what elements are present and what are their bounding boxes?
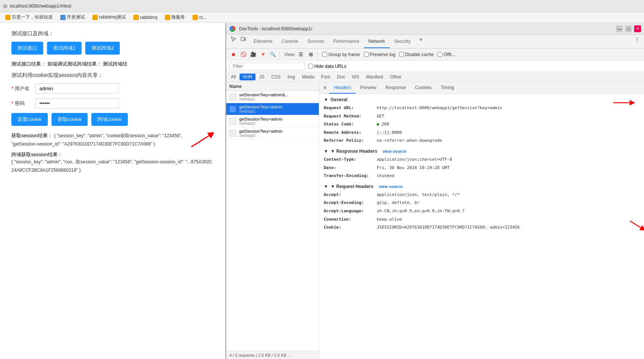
hide-data-urls-label[interactable]: Hide data URLs <box>314 64 346 69</box>
clear-button[interactable]: 🚫 <box>239 50 248 59</box>
detail-tab-response[interactable]: Response <box>381 82 411 94</box>
response-headers-toggle: ▼ <box>324 149 328 154</box>
offline-checkbox[interactable] <box>437 52 442 57</box>
type-all[interactable]: All <box>228 74 239 80</box>
hide-data-urls-checkbox[interactable] <box>308 64 313 69</box>
request-item-path: /webapp2 <box>239 121 282 125</box>
bookmark-label: rabbitmq <box>140 15 158 20</box>
disable-cache-checkbox[interactable] <box>399 52 404 57</box>
request-item-icon <box>229 106 236 113</box>
type-xhr[interactable]: XHR <box>240 74 255 80</box>
offline-label[interactable]: Offli... <box>443 52 455 57</box>
status-bar-text: 4 / 5 requests | 2.0 KB / 2.0 KB ... <box>229 353 291 357</box>
request-item-1[interactable]: getSession?key=admin /webapp1 <box>226 103 319 115</box>
bookmark-microservice[interactable]: 微服务 <box>163 13 187 21</box>
close-button[interactable]: ✕ <box>634 25 641 32</box>
group-by-frame-label[interactable]: Group by frame <box>328 52 360 57</box>
bookmark-label: 微服务 <box>171 14 185 20</box>
type-img[interactable]: Img <box>284 74 298 80</box>
request-headers-toggle: ▼ <box>324 184 328 189</box>
detail-tab-timing[interactable]: Timing <box>436 82 459 94</box>
general-title: General <box>331 97 348 102</box>
red-arrow-devtools-1 <box>611 97 638 110</box>
api-buttons-row: 测试接口 测试跨域1 测试跨域2 <box>11 42 214 55</box>
bookmark-devtest[interactable]: 开发测试 <box>58 13 87 21</box>
search-button[interactable]: 🔍 <box>269 50 277 59</box>
detail-tab-response-label: Response <box>385 85 406 90</box>
cookie-buttons-row: 设置cookie 获取cookie 跨域cookie <box>11 113 214 126</box>
bookmark-rabbitmq-test[interactable]: rabbitmq测试 <box>90 13 128 21</box>
detail-tab-cookies[interactable]: Cookies <box>411 82 436 94</box>
maximize-button[interactable]: □ <box>625 25 632 32</box>
response-headers-view-source[interactable]: view source <box>382 149 406 154</box>
tab-network-label: Network <box>368 39 385 44</box>
response-headers-title: ▼ Response Headers <box>331 149 377 154</box>
type-manifest[interactable]: Manifest <box>363 74 386 80</box>
general-section-header[interactable]: ▼ General <box>324 97 639 102</box>
type-doc[interactable]: Doc <box>334 74 348 80</box>
test-cross1-button[interactable]: 测试跨域1 <box>47 42 81 55</box>
type-other[interactable]: Other <box>387 74 404 80</box>
request-url-row: Request URL: http://localhost:8080/webap… <box>324 105 639 111</box>
screenshot-button[interactable]: 🎥 <box>249 50 257 59</box>
set-cookie-button[interactable]: 设置cookie <box>11 113 48 126</box>
tab-performance[interactable]: Performance <box>329 35 364 48</box>
cursor-tool-button[interactable] <box>229 35 238 43</box>
tab-elements[interactable]: Elements <box>249 35 277 48</box>
session-result-area: 获取session结果： { "session_key": "admin", "… <box>11 132 184 148</box>
view-detail-button[interactable]: ⊞ <box>307 50 315 59</box>
preserve-log-label[interactable]: Preserve log <box>370 52 395 57</box>
type-css[interactable]: CSS <box>268 74 284 80</box>
type-font[interactable]: Font <box>318 74 333 80</box>
devtools-menu-button[interactable]: ⋮ <box>633 35 641 43</box>
disable-cache-label[interactable]: Disable cache <box>405 52 434 57</box>
type-ws[interactable]: WS <box>349 74 362 80</box>
cross-cookie-button[interactable]: 跨域cookie <box>91 113 128 126</box>
type-media[interactable]: Media <box>299 74 317 80</box>
bookmark-ct[interactable]: ct... <box>190 14 208 21</box>
test-api-button[interactable]: 测试接口 <box>11 42 43 55</box>
request-headers-section-header[interactable]: ▼ ▼ Request Headers view source <box>324 184 639 189</box>
devtools-tabs: Elements Console Sources Performance Net… <box>226 35 644 49</box>
accept-language-row: Accept-Language: zh-CN,zh;q=0.9,en;q=0.8… <box>324 208 639 215</box>
svg-rect-1 <box>241 37 244 41</box>
request-headers-view-source[interactable]: view source <box>379 184 403 189</box>
device-toggle-button[interactable] <box>239 35 248 43</box>
request-item-name: getSession?key=admin <box>239 105 282 109</box>
bookmark-baidu[interactable]: 百度一下，你就知道 <box>3 13 55 21</box>
disable-cache-group: Disable cache <box>399 52 434 57</box>
request-item-3[interactable]: getSession?key=admin /webapp2 <box>226 127 319 140</box>
cookie-row: Cookie: JSESSIONID=A29763010D7174D30E7FC… <box>324 224 639 231</box>
type-js[interactable]: JS <box>256 74 268 80</box>
view-list-button[interactable]: ☰ <box>297 50 305 59</box>
detail-close-icon[interactable]: ✕ <box>321 82 329 94</box>
detail-tab-preview[interactable]: Preview <box>356 82 381 94</box>
preserve-log-checkbox[interactable] <box>364 52 369 57</box>
tab-network[interactable]: Network <box>364 35 390 48</box>
request-item-content: getSession?key=admin /webapp2 <box>239 129 282 138</box>
record-button[interactable]: ⏺ <box>229 50 238 59</box>
password-input[interactable] <box>35 98 119 108</box>
filter-input[interactable] <box>229 63 305 70</box>
filter-button[interactable]: 🔻 <box>259 50 267 59</box>
username-input[interactable] <box>35 83 119 94</box>
request-item-2[interactable]: getSession?key=admin /webapp2 <box>226 115 319 127</box>
accept-encoding-row: Accept-Encoding: gzip, deflate, br <box>324 199 639 206</box>
request-item-0[interactable]: setSession?key=admin&... /webapp1 <box>226 91 319 103</box>
minimize-button[interactable]: — <box>616 25 623 32</box>
main-split: 测试接口及跨域： 测试接口 测试跨域1 测试跨域2 测试接口结果： 前端调试测试… <box>0 23 644 359</box>
bookmark-rabbitmq[interactable]: rabbitmq <box>131 14 160 21</box>
test-cross2-button[interactable]: 测试跨域2 <box>85 42 120 55</box>
more-tabs-button[interactable]: » <box>417 35 425 43</box>
browser-url: localhost:8080/webapp1/#/test <box>10 3 71 9</box>
detail-tab-headers[interactable]: Headers <box>329 82 356 94</box>
cross-result-text: { "session_key": "admin", "coo...取sessio… <box>11 158 214 174</box>
tab-sources[interactable]: Sources <box>303 35 329 48</box>
get-cookie-button[interactable]: 获取cookie <box>52 113 88 126</box>
username-row: * 用户名 <box>11 83 214 94</box>
group-by-frame-checkbox[interactable] <box>322 52 327 57</box>
tab-console[interactable]: Console <box>277 35 303 48</box>
tab-security[interactable]: Security <box>390 35 415 48</box>
response-headers-section-header[interactable]: ▼ ▼ Response Headers view source <box>324 149 639 154</box>
request-method-key: Request Method: <box>324 113 377 120</box>
